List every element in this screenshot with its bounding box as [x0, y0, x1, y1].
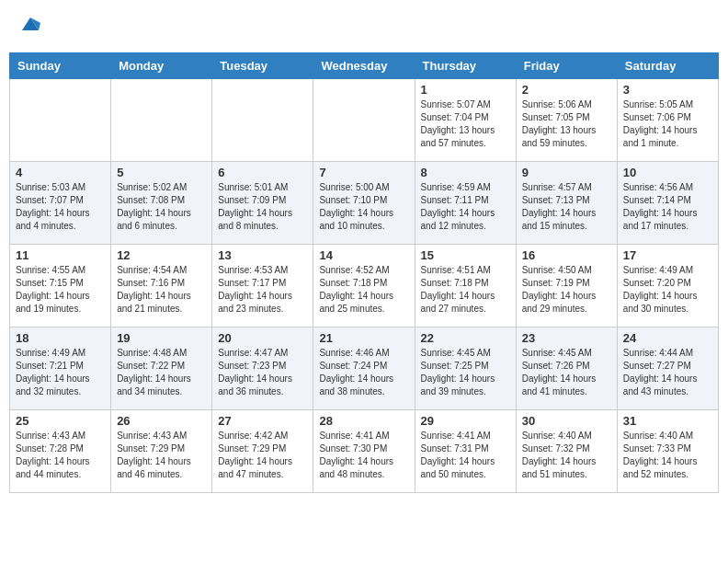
day-info: Sunrise: 4:49 AM Sunset: 7:21 PM Dayligh… — [16, 347, 105, 398]
day-number: 25 — [16, 414, 105, 428]
day-of-week-header: Monday — [111, 53, 212, 79]
day-info: Sunrise: 4:42 AM Sunset: 7:29 PM Dayligh… — [218, 430, 307, 481]
calendar-cell: 9Sunrise: 4:57 AM Sunset: 7:13 PM Daylig… — [516, 162, 617, 245]
calendar-cell: 27Sunrise: 4:42 AM Sunset: 7:29 PM Dayli… — [212, 410, 313, 493]
day-number: 2 — [522, 83, 611, 97]
day-number: 20 — [218, 331, 307, 345]
day-info: Sunrise: 4:41 AM Sunset: 7:30 PM Dayligh… — [319, 430, 408, 481]
day-info: Sunrise: 4:53 AM Sunset: 7:17 PM Dayligh… — [218, 264, 307, 316]
calendar-cell: 24Sunrise: 4:44 AM Sunset: 7:27 PM Dayli… — [617, 327, 718, 410]
calendar-cell: 28Sunrise: 4:41 AM Sunset: 7:30 PM Dayli… — [313, 410, 415, 493]
calendar-cell: 20Sunrise: 4:47 AM Sunset: 7:23 PM Dayli… — [212, 327, 313, 410]
day-info: Sunrise: 4:55 AM Sunset: 7:15 PM Dayligh… — [16, 264, 105, 316]
calendar-cell: 18Sunrise: 4:49 AM Sunset: 7:21 PM Dayli… — [10, 327, 111, 410]
calendar-cell: 31Sunrise: 4:40 AM Sunset: 7:33 PM Dayli… — [617, 410, 718, 493]
calendar-table: SundayMondayTuesdayWednesdayThursdayFrid… — [9, 52, 719, 493]
calendar-cell: 3Sunrise: 5:05 AM Sunset: 7:06 PM Daylig… — [617, 79, 718, 162]
day-info: Sunrise: 5:00 AM Sunset: 7:10 PM Dayligh… — [319, 181, 408, 233]
day-number: 16 — [522, 248, 611, 262]
calendar-cell: 4Sunrise: 5:03 AM Sunset: 7:07 PM Daylig… — [10, 162, 111, 245]
calendar-cell: 10Sunrise: 4:56 AM Sunset: 7:14 PM Dayli… — [617, 162, 718, 245]
day-number: 23 — [522, 331, 611, 345]
calendar-week-row: 1Sunrise: 5:07 AM Sunset: 7:04 PM Daylig… — [10, 79, 719, 162]
calendar-cell: 22Sunrise: 4:45 AM Sunset: 7:25 PM Dayli… — [415, 327, 516, 410]
day-info: Sunrise: 5:07 AM Sunset: 7:04 PM Dayligh… — [421, 98, 510, 150]
day-info: Sunrise: 4:54 AM Sunset: 7:16 PM Dayligh… — [117, 264, 206, 316]
calendar-cell: 7Sunrise: 5:00 AM Sunset: 7:10 PM Daylig… — [313, 162, 415, 245]
day-number: 3 — [623, 83, 712, 97]
calendar-week-row: 11Sunrise: 4:55 AM Sunset: 7:15 PM Dayli… — [10, 245, 719, 327]
day-number: 30 — [522, 414, 611, 428]
calendar-cell — [212, 79, 313, 162]
day-number: 24 — [623, 331, 712, 345]
day-number: 18 — [16, 331, 105, 345]
calendar-cell: 30Sunrise: 4:40 AM Sunset: 7:32 PM Dayli… — [516, 410, 617, 493]
calendar-cell: 12Sunrise: 4:54 AM Sunset: 7:16 PM Dayli… — [111, 245, 212, 327]
day-info: Sunrise: 4:46 AM Sunset: 7:24 PM Dayligh… — [319, 347, 408, 398]
day-info: Sunrise: 4:52 AM Sunset: 7:18 PM Dayligh… — [319, 264, 408, 316]
day-info: Sunrise: 4:44 AM Sunset: 7:27 PM Dayligh… — [623, 347, 712, 398]
calendar-cell: 2Sunrise: 5:06 AM Sunset: 7:05 PM Daylig… — [516, 79, 617, 162]
day-info: Sunrise: 4:56 AM Sunset: 7:14 PM Dayligh… — [623, 181, 712, 233]
calendar-cell: 19Sunrise: 4:48 AM Sunset: 7:22 PM Dayli… — [111, 327, 212, 410]
day-number: 1 — [421, 83, 510, 97]
day-info: Sunrise: 5:01 AM Sunset: 7:09 PM Dayligh… — [218, 181, 307, 233]
day-number: 4 — [16, 166, 105, 179]
day-number: 31 — [623, 414, 712, 428]
day-number: 9 — [522, 166, 611, 179]
calendar-cell: 17Sunrise: 4:49 AM Sunset: 7:20 PM Dayli… — [617, 245, 718, 327]
day-info: Sunrise: 4:51 AM Sunset: 7:18 PM Dayligh… — [421, 264, 510, 316]
day-number: 13 — [218, 248, 307, 262]
day-info: Sunrise: 4:41 AM Sunset: 7:31 PM Dayligh… — [421, 430, 510, 481]
day-info: Sunrise: 5:03 AM Sunset: 7:07 PM Dayligh… — [16, 181, 105, 233]
day-of-week-header: Sunday — [10, 53, 111, 79]
day-info: Sunrise: 4:50 AM Sunset: 7:19 PM Dayligh… — [522, 264, 611, 316]
calendar-cell: 23Sunrise: 4:45 AM Sunset: 7:26 PM Dayli… — [516, 327, 617, 410]
day-of-week-header: Saturday — [617, 53, 718, 79]
day-number: 26 — [117, 414, 206, 428]
day-number: 5 — [117, 166, 206, 179]
day-info: Sunrise: 4:49 AM Sunset: 7:20 PM Dayligh… — [623, 264, 712, 316]
calendar-cell: 5Sunrise: 5:02 AM Sunset: 7:08 PM Daylig… — [111, 162, 212, 245]
calendar-cell — [10, 79, 111, 162]
calendar-cell — [111, 79, 212, 162]
day-info: Sunrise: 5:02 AM Sunset: 7:08 PM Dayligh… — [117, 181, 206, 233]
logo — [18, 14, 40, 39]
day-info: Sunrise: 4:40 AM Sunset: 7:32 PM Dayligh… — [522, 430, 611, 481]
day-of-week-header: Thursday — [415, 53, 516, 79]
calendar-cell: 21Sunrise: 4:46 AM Sunset: 7:24 PM Dayli… — [313, 327, 415, 410]
day-info: Sunrise: 4:59 AM Sunset: 7:11 PM Dayligh… — [421, 181, 510, 233]
day-number: 10 — [623, 166, 712, 179]
day-number: 8 — [421, 166, 510, 179]
calendar-cell — [313, 79, 415, 162]
day-info: Sunrise: 4:40 AM Sunset: 7:33 PM Dayligh… — [623, 430, 712, 481]
day-number: 29 — [421, 414, 510, 428]
calendar-week-row: 18Sunrise: 4:49 AM Sunset: 7:21 PM Dayli… — [10, 327, 719, 410]
calendar-cell: 8Sunrise: 4:59 AM Sunset: 7:11 PM Daylig… — [415, 162, 516, 245]
day-number: 7 — [319, 166, 408, 179]
day-info: Sunrise: 5:05 AM Sunset: 7:06 PM Dayligh… — [623, 98, 712, 150]
day-number: 6 — [218, 166, 307, 179]
day-number: 28 — [319, 414, 408, 428]
day-info: Sunrise: 4:43 AM Sunset: 7:28 PM Dayligh… — [16, 430, 105, 481]
calendar-cell: 29Sunrise: 4:41 AM Sunset: 7:31 PM Dayli… — [415, 410, 516, 493]
calendar-cell: 11Sunrise: 4:55 AM Sunset: 7:15 PM Dayli… — [10, 245, 111, 327]
day-info: Sunrise: 4:48 AM Sunset: 7:22 PM Dayligh… — [117, 347, 206, 398]
day-number: 19 — [117, 331, 206, 345]
calendar-week-row: 4Sunrise: 5:03 AM Sunset: 7:07 PM Daylig… — [10, 162, 719, 245]
day-number: 12 — [117, 248, 206, 262]
day-number: 27 — [218, 414, 307, 428]
calendar-cell: 6Sunrise: 5:01 AM Sunset: 7:09 PM Daylig… — [212, 162, 313, 245]
day-number: 22 — [421, 331, 510, 345]
day-info: Sunrise: 5:06 AM Sunset: 7:05 PM Dayligh… — [522, 98, 611, 150]
calendar-cell: 26Sunrise: 4:43 AM Sunset: 7:29 PM Dayli… — [111, 410, 212, 493]
day-info: Sunrise: 4:45 AM Sunset: 7:25 PM Dayligh… — [421, 347, 510, 398]
calendar-cell: 16Sunrise: 4:50 AM Sunset: 7:19 PM Dayli… — [516, 245, 617, 327]
day-info: Sunrise: 4:43 AM Sunset: 7:29 PM Dayligh… — [117, 430, 206, 481]
day-number: 17 — [623, 248, 712, 262]
calendar-cell: 13Sunrise: 4:53 AM Sunset: 7:17 PM Dayli… — [212, 245, 313, 327]
day-number: 14 — [319, 248, 408, 262]
day-number: 21 — [319, 331, 408, 345]
logo-icon — [20, 14, 40, 34]
calendar-header-row: SundayMondayTuesdayWednesdayThursdayFrid… — [10, 53, 719, 79]
